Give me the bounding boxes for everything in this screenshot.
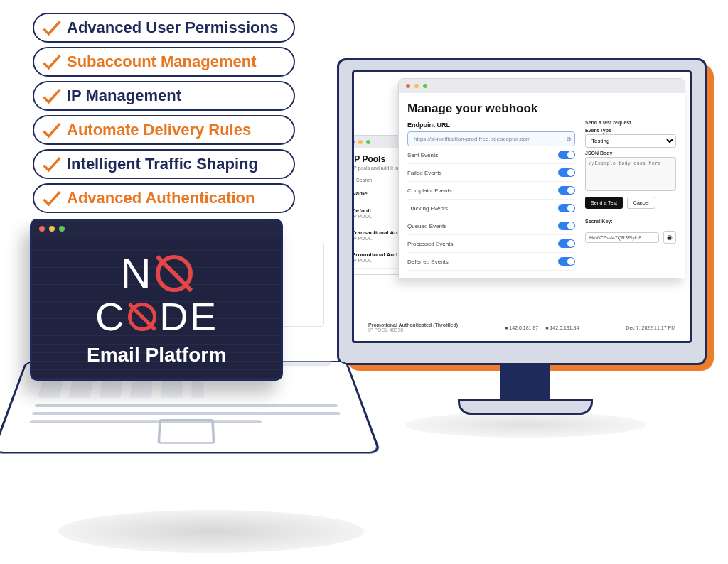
- minimize-dot-icon[interactable]: [358, 140, 363, 144]
- event-label: Queued Events: [407, 223, 446, 229]
- ip-pool-footer-sub: IP POOL 48370: [368, 327, 458, 332]
- monitor-shadow: [405, 412, 646, 438]
- no-code-hero: N C DE Email Platform: [32, 237, 281, 379]
- event-toggle-row: Queued Events: [407, 217, 575, 235]
- ip-pools-footer: Promotional Authenticated (Throttled) IP…: [361, 318, 682, 337]
- endpoint-url-label: Endpoint URL: [407, 121, 575, 129]
- secret-key-label: Secret Key:: [585, 219, 676, 224]
- close-dot-icon[interactable]: [39, 226, 45, 232]
- event-toggle[interactable]: [558, 151, 575, 159]
- letter-n: N: [120, 249, 152, 298]
- minimize-dot-icon[interactable]: [414, 84, 419, 88]
- event-toggle[interactable]: [558, 222, 575, 230]
- trackpad-icon: [157, 419, 215, 444]
- check-icon: [41, 188, 61, 208]
- endpoint-url-input[interactable]: [407, 131, 575, 146]
- event-toggle[interactable]: [558, 257, 575, 266]
- window-titlebar: [399, 79, 685, 93]
- event-toggle[interactable]: [558, 186, 575, 195]
- check-icon: [41, 120, 61, 140]
- feature-pill: Advanced Authentication: [33, 183, 295, 213]
- check-icon: [41, 52, 61, 72]
- ip-pool-footer-name: Promotional Authenticated (Throttled): [368, 322, 458, 327]
- feature-pill: Automate Delivery Rules: [33, 115, 295, 145]
- feature-pill-list: Advanced User Permissions Subaccount Man…: [33, 13, 295, 213]
- close-dot-icon[interactable]: [352, 140, 355, 144]
- reveal-secret-button[interactable]: ◉: [663, 231, 676, 244]
- ip-pool-footer-timestamp: Dec 7, 2022 11:17 PM: [626, 325, 675, 330]
- prohibit-icon: [156, 255, 193, 292]
- webhook-sidepanel: Send a test request Event Type Testing J…: [585, 100, 676, 271]
- maximize-dot-icon[interactable]: [366, 140, 370, 144]
- event-toggle-row: Failed Events: [407, 164, 575, 182]
- json-body-textarea[interactable]: [585, 157, 676, 191]
- feature-pill: Advanced User Permissions: [33, 13, 295, 43]
- check-icon: [41, 86, 61, 106]
- webhook-title: Manage your webhook: [407, 102, 575, 116]
- send-test-heading: Send a test request: [585, 120, 676, 125]
- event-label: Tracking Events: [407, 205, 448, 212]
- feature-pill: IP Management: [33, 81, 295, 111]
- minimize-dot-icon[interactable]: [49, 226, 55, 232]
- maximize-dot-icon[interactable]: [59, 226, 65, 232]
- monitor-base: [458, 399, 593, 415]
- ip-address-chip: ■ 142.0.181.87: [505, 325, 538, 330]
- event-toggle-row: Processed Events: [407, 235, 575, 253]
- check-icon: [41, 18, 61, 38]
- no-code-tagline: Email Platform: [87, 344, 226, 367]
- monitor-screen: IP Pools IP pools and add it into our Na…: [352, 70, 692, 343]
- event-type-select[interactable]: Testing: [585, 134, 676, 148]
- cancel-button[interactable]: Cancel: [627, 197, 655, 209]
- event-label: Processed Events: [407, 241, 453, 247]
- letters-de: DE: [159, 293, 218, 340]
- event-toggle-row: Complaint Events: [407, 182, 575, 200]
- event-toggle-row: Tracking Events: [407, 200, 575, 217]
- laptop: N C DE Email Platform: [30, 219, 343, 381]
- event-label: Deferred Events: [407, 259, 449, 265]
- monitor-stand: [500, 364, 550, 403]
- event-label: Failed Events: [407, 170, 441, 176]
- feature-pill: Subaccount Management: [33, 47, 295, 77]
- event-toggle[interactable]: [558, 168, 575, 177]
- laptop-shadow: [58, 510, 364, 553]
- feature-label: Intelligent Traffic Shaping: [67, 156, 258, 172]
- check-icon: [41, 154, 61, 174]
- laptop-lid: N C DE Email Platform: [30, 219, 283, 381]
- feature-pill: Intelligent Traffic Shaping: [33, 149, 295, 179]
- webhook-window: Manage your webhook Endpoint URL ⧉ Sent …: [398, 78, 685, 278]
- close-dot-icon[interactable]: [406, 84, 410, 88]
- feature-label: Subaccount Management: [67, 54, 256, 70]
- column-header-name: Name: [352, 190, 368, 197]
- copy-icon[interactable]: ⧉: [567, 135, 571, 143]
- event-toggle[interactable]: [558, 239, 575, 248]
- ip-address-chip: ■ 142.0.181.84: [545, 325, 579, 330]
- feature-label: Advanced User Permissions: [67, 20, 278, 36]
- no-code-no-line: N: [120, 249, 192, 298]
- json-body-label: JSON Body: [585, 151, 676, 156]
- endpoint-url-field-wrap: ⧉: [407, 131, 575, 146]
- send-test-button[interactable]: Send a Test: [585, 197, 623, 209]
- event-toggle[interactable]: [558, 204, 575, 212]
- feature-label: Automate Delivery Rules: [67, 122, 251, 138]
- feature-label: Advanced Authentication: [67, 190, 255, 206]
- event-label: Complaint Events: [407, 188, 452, 194]
- monitor-bezel: IP Pools IP pools and add it into our Na…: [337, 58, 707, 365]
- letter-c: C: [95, 293, 125, 340]
- event-toggle-row: Deferred Events: [407, 253, 575, 271]
- event-toggle-row: Sent Events: [407, 146, 575, 164]
- window-titlebar: [32, 221, 281, 237]
- webhook-main: Manage your webhook Endpoint URL ⧉ Sent …: [407, 100, 575, 271]
- desktop-monitor: IP Pools IP pools and add it into our Na…: [337, 58, 714, 365]
- prohibit-icon: [128, 303, 156, 331]
- feature-label: IP Management: [67, 88, 181, 104]
- maximize-dot-icon[interactable]: [423, 84, 427, 88]
- no-code-code-line: C DE: [95, 293, 218, 340]
- event-label: Sent Events: [407, 152, 438, 158]
- event-type-label: Event Type: [585, 128, 676, 133]
- secret-key-value: Hm6ZZssl47QR3Ftyld8: [585, 232, 659, 243]
